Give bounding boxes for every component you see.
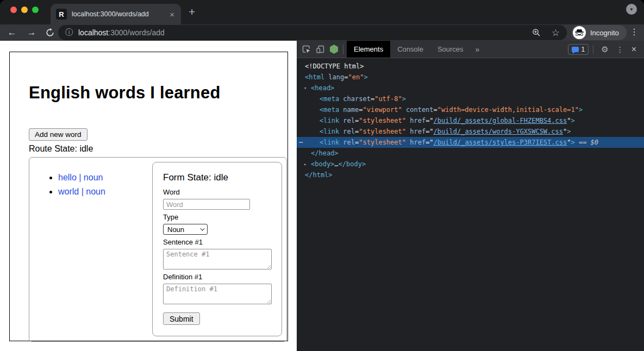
word-link[interactable]: world | noun bbox=[58, 187, 105, 196]
code-line[interactable]: <link rel="stylesheet" href="/build/_ass… bbox=[297, 126, 644, 137]
token-tag: > bbox=[364, 73, 367, 81]
token-tag: > bbox=[579, 106, 583, 114]
sentence-textarea[interactable] bbox=[163, 249, 272, 269]
devtools-tabs: ElementsConsoleSources bbox=[347, 41, 471, 58]
reload-button[interactable] bbox=[43, 28, 57, 41]
page-container: English words I learned Add new word Rou… bbox=[9, 52, 288, 341]
zoom-page-icon[interactable] bbox=[532, 28, 541, 37]
token-tag: <body> bbox=[311, 160, 334, 168]
token-attr: name bbox=[343, 106, 359, 114]
chevron-down-icon bbox=[200, 226, 204, 230]
url-text: localhost:3000/words/add bbox=[78, 28, 165, 37]
settings-gear-icon[interactable]: ⚙ bbox=[597, 45, 612, 54]
vue-devtools-icon[interactable] bbox=[330, 45, 338, 54]
token-attr: href bbox=[410, 139, 426, 146]
submit-button[interactable]: Submit bbox=[163, 312, 200, 325]
token-attr: charset bbox=[343, 95, 371, 103]
browser-toolbar: ← → ⓘ localhost:3000/words/add ☆ Incogni… bbox=[0, 24, 644, 41]
devtools-tab-console[interactable]: Console bbox=[390, 41, 430, 58]
token-val: "viewport" bbox=[363, 106, 402, 114]
form-state-text: Form State: idle bbox=[163, 172, 271, 183]
code-line[interactable]: </head> bbox=[297, 148, 644, 159]
word-input[interactable] bbox=[163, 199, 250, 210]
selected-row-menu-dots[interactable]: ⋯ bbox=[299, 137, 302, 148]
code-line[interactable]: <meta charset="utf-8"> bbox=[297, 93, 644, 104]
token-eq: == $0 bbox=[575, 139, 598, 146]
fullscreen-window-button[interactable] bbox=[32, 7, 39, 13]
add-new-word-button[interactable]: Add new word bbox=[29, 128, 87, 141]
devtools-tab-elements[interactable]: Elements bbox=[347, 41, 390, 58]
site-info-icon[interactable]: ⓘ bbox=[65, 28, 73, 37]
type-select[interactable]: Noun bbox=[163, 224, 208, 235]
devtools-close-icon[interactable]: × bbox=[628, 45, 641, 54]
devtools-menu-icon[interactable]: ⋮ bbox=[612, 45, 628, 54]
definition-label: Definition #1 bbox=[163, 273, 271, 281]
new-tab-button[interactable]: + bbox=[189, 5, 195, 18]
token-plain: = bbox=[434, 106, 437, 114]
word-link[interactable]: hello | noun bbox=[58, 173, 103, 182]
tab-title: localhost:3000/words/add bbox=[72, 10, 168, 18]
expand-arrow-icon[interactable]: ▾ bbox=[304, 83, 307, 93]
word-label: Word bbox=[163, 188, 271, 196]
code-line[interactable]: <!DOCTYPE html> bbox=[297, 61, 644, 72]
token-tag: <link bbox=[320, 139, 339, 146]
code-line[interactable]: </html> bbox=[297, 170, 644, 180]
minimize-window-button[interactable] bbox=[21, 7, 28, 13]
token-plain: =" bbox=[426, 117, 433, 124]
url-path: :3000/words/add bbox=[108, 28, 165, 37]
incognito-badge: Incognito bbox=[572, 25, 627, 40]
token-tag: <link bbox=[320, 128, 339, 135]
forward-button[interactable]: → bbox=[25, 26, 38, 39]
issues-counter[interactable]: 1 bbox=[568, 44, 589, 55]
browser-window: R localhost:3000/words/add × + ▼ ← → ⓘ l… bbox=[0, 0, 644, 351]
back-button[interactable]: ← bbox=[5, 26, 18, 39]
token-attr: rel bbox=[343, 128, 355, 135]
token-link: /build/_assets/global-FHZEMBS4.css bbox=[434, 117, 567, 124]
web-page: English words I learned Add new word Rou… bbox=[0, 41, 297, 351]
token-tag: </body> bbox=[339, 160, 366, 168]
code-line[interactable]: <link rel="stylesheet" href="/build/_ass… bbox=[297, 115, 644, 126]
toolbar-divider bbox=[593, 45, 593, 54]
token-tag: <meta bbox=[320, 106, 339, 114]
token-attr: href bbox=[410, 128, 426, 135]
code-line[interactable]: <html lang="en"> bbox=[297, 72, 644, 83]
token-tag: </head> bbox=[311, 149, 339, 157]
token-tag: <html bbox=[305, 73, 324, 81]
close-window-button[interactable] bbox=[10, 7, 17, 13]
incognito-icon bbox=[573, 26, 586, 39]
route-state-text: Route State: idle bbox=[29, 144, 93, 154]
token-tag: > bbox=[571, 117, 574, 124]
token-tag: <head> bbox=[311, 84, 334, 92]
token-tag: > bbox=[571, 139, 574, 146]
code-line[interactable]: ⋯<link rel="stylesheet" href="/build/_as… bbox=[297, 137, 644, 148]
token-val: "stylesheet" bbox=[359, 128, 406, 135]
tab-close-icon[interactable]: × bbox=[168, 10, 176, 18]
search-tabs-icon[interactable]: ▼ bbox=[626, 4, 637, 15]
more-tabs-icon[interactable]: » bbox=[471, 45, 485, 54]
token-tag: </html> bbox=[305, 171, 333, 179]
code-line[interactable]: ▾<head> bbox=[297, 83, 644, 93]
devtools-tab-sources[interactable]: Sources bbox=[430, 41, 471, 58]
devtools-toolbar: ElementsConsoleSources » 1 ⚙ ⋮ × bbox=[297, 41, 644, 58]
token-plain: =" bbox=[426, 139, 433, 146]
token-tag: <meta bbox=[320, 95, 339, 103]
token-val: "width=device-width,initial-scale=1" bbox=[437, 106, 579, 114]
token-attr: rel bbox=[343, 117, 355, 124]
token-attr: rel bbox=[343, 139, 355, 146]
expand-arrow-icon[interactable]: ▸ bbox=[304, 159, 307, 170]
bookmark-star-icon[interactable]: ☆ bbox=[552, 28, 560, 37]
token-attr: lang bbox=[328, 73, 344, 81]
definition-textarea[interactable] bbox=[163, 284, 272, 304]
device-toolbar-icon[interactable] bbox=[316, 45, 325, 54]
address-bar[interactable]: ⓘ localhost:3000/words/add ☆ bbox=[58, 25, 567, 40]
code-line[interactable]: <meta name="viewport" content="width=dev… bbox=[297, 104, 644, 115]
browser-tab[interactable]: R localhost:3000/words/add × bbox=[51, 4, 181, 24]
token-plain: <!DOCTYPE html> bbox=[305, 62, 364, 70]
browser-menu-icon[interactable]: ⋮ bbox=[629, 27, 640, 37]
inspect-element-icon[interactable] bbox=[302, 45, 311, 54]
url-host: localhost bbox=[78, 28, 108, 37]
token-plain: … bbox=[334, 160, 338, 168]
token-val: "stylesheet" bbox=[359, 139, 406, 146]
code-line[interactable]: ▸<body>…</body> bbox=[297, 159, 644, 170]
token-tag: > bbox=[402, 95, 406, 103]
